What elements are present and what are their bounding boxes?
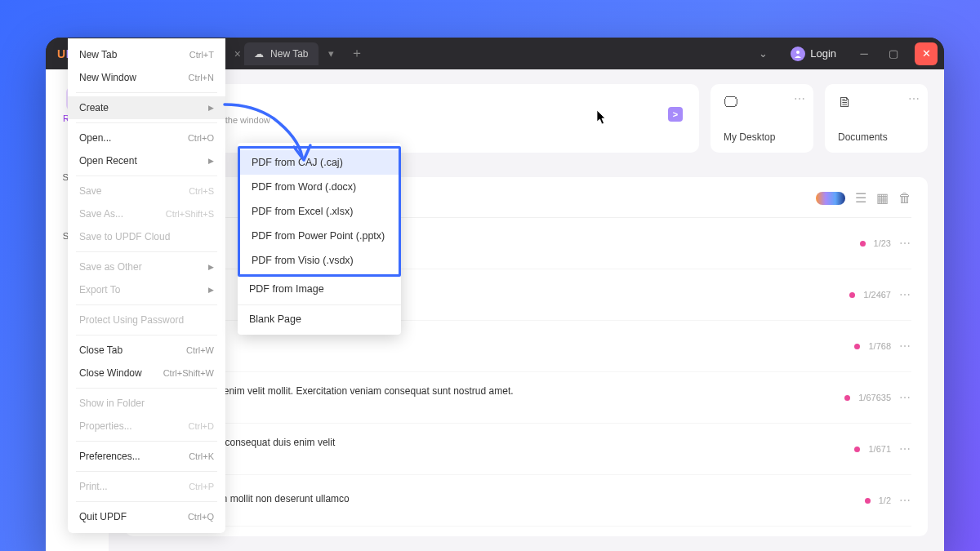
more-icon[interactable]: ⋯ (899, 237, 911, 250)
status-dot (854, 447, 860, 452)
list-item[interactable]: equat duis enim velit mollit. Exercitati… (141, 372, 911, 424)
list-item[interactable]: Amet minim mollit non deserunt ullamco 1… (141, 475, 911, 527)
more-icon[interactable]: ⋯ (899, 340, 911, 353)
login-button[interactable]: Login (784, 47, 843, 61)
more-icon[interactable]: ⋯ (899, 391, 911, 404)
menu-separator (76, 176, 217, 176)
create-from-excel[interactable]: PDF from Excel (.xlsx) (240, 199, 399, 224)
tab-dropdown[interactable]: ▾ (322, 47, 341, 60)
create-from-visio[interactable]: PDF from Visio (.vsdx) (240, 248, 399, 273)
menu-separator (76, 304, 217, 305)
close-button[interactable]: ✕ (915, 42, 938, 65)
menu-separator (76, 335, 217, 335)
menu-separator (76, 471, 217, 472)
document-icon: 🗎 (838, 94, 915, 111)
desktop-card[interactable]: ⋯ 🖵 My Desktop (710, 84, 813, 153)
card-label: My Desktop (724, 131, 800, 143)
menu-label: Save As... (79, 208, 123, 220)
avatar-icon (791, 47, 805, 61)
file-menu-item[interactable]: New WindowCtrl+N (68, 66, 225, 89)
file-menu-item: SaveCtrl+S (68, 180, 225, 202)
file-menu-item[interactable]: New TabCtrl+T (68, 43, 225, 66)
badge[interactable]: > (668, 107, 683, 122)
item-meta: 1/671 ⋯ (854, 442, 911, 455)
item-date: 10/6/13 (176, 451, 843, 461)
menu-label: Open Recent (79, 155, 137, 167)
submenu-highlight: PDF from CAJ (.caj) PDF from Word (.docx… (238, 146, 401, 277)
menu-label: Print... (79, 481, 108, 492)
grid-view-icon[interactable]: ▦ (876, 190, 889, 206)
documents-card[interactable]: ⋯ 🗎 Documents (825, 84, 928, 153)
shortcut: Ctrl+W (186, 345, 214, 355)
create-from-ppt[interactable]: PDF from Power Point (.pptx) (240, 224, 399, 248)
item-text: equat duis enim velit mollit. Exercitati… (176, 385, 833, 410)
menu-separator (76, 501, 217, 502)
tab-close-left[interactable]: × (234, 47, 241, 60)
trash-icon[interactable]: 🗑 (898, 191, 911, 206)
menu-label: Protect Using Password (79, 314, 184, 326)
maximize-button[interactable]: ▢ (879, 38, 908, 70)
shortcut: Ctrl+Shift+W (163, 368, 214, 378)
submenu-arrow-icon: ▶ (208, 104, 214, 112)
file-menu-item[interactable]: Quit UPDFCtrl+Q (68, 505, 225, 528)
file-menu-item[interactable]: Create▶ (68, 96, 225, 119)
item-meta: 1/67635 ⋯ (844, 391, 911, 404)
chevron-down-icon[interactable]: ⌄ (749, 47, 777, 60)
submenu-arrow-icon: ▶ (208, 286, 214, 294)
tab-new[interactable]: ☁ New Tab (244, 42, 318, 65)
create-from-image[interactable]: PDF from Image (238, 277, 401, 301)
file-menu: New TabCtrl+TNew WindowCtrl+NCreate▶Open… (68, 38, 225, 533)
menu-label: Close Window (79, 367, 142, 379)
status-dot (865, 498, 871, 504)
create-from-word[interactable]: PDF from Word (.docx) (240, 175, 399, 199)
titlebar-right: ⌄ Login ─ ▢ ✕ (749, 38, 944, 70)
list-view-icon[interactable]: ☰ (855, 190, 866, 206)
item-text: Amet minim mollit non deserunt ullamco (176, 493, 853, 508)
tab-add[interactable]: ＋ (344, 45, 370, 62)
menu-label: Close Tab (79, 344, 122, 356)
item-pages: 1/67635 (858, 393, 891, 402)
item-pages: 1/768 (868, 341, 891, 351)
item-meta: 1/768 ⋯ (854, 340, 911, 353)
tab-label: New Tab (270, 48, 308, 60)
menu-label: Export To (79, 284, 120, 295)
more-icon[interactable]: ⋯ (899, 288, 911, 301)
minimize-button[interactable]: ─ (849, 38, 879, 70)
card-more-icon[interactable]: ⋯ (908, 92, 920, 105)
shortcut: Ctrl+D (189, 421, 214, 431)
item-meta: 1/23 ⋯ (860, 237, 911, 250)
item-text (176, 344, 843, 348)
file-menu-item[interactable]: Close WindowCtrl+Shift+W (68, 362, 225, 384)
file-menu-item[interactable]: Open Recent▶ (68, 149, 225, 172)
menu-separator (76, 251, 217, 252)
shortcut: Ctrl+S (189, 186, 214, 196)
create-from-caj[interactable]: PDF from CAJ (.caj) (240, 150, 399, 175)
more-icon[interactable]: ⋯ (899, 442, 911, 455)
menu-label: Show in Folder (79, 398, 145, 409)
list-item[interactable]: Velit officia consequat duis enim velit … (141, 424, 911, 475)
shortcut: Ctrl+O (188, 133, 214, 143)
file-menu-item[interactable]: Open...Ctrl+O (68, 127, 225, 149)
menu-label: Quit UPDF (79, 511, 127, 522)
item-meta: 1/2467 ⋯ (849, 288, 911, 301)
status-dot (849, 292, 855, 298)
shortcut: Ctrl+Q (188, 512, 214, 522)
item-pages: 1/2 (879, 495, 891, 505)
status-dot (854, 344, 860, 349)
menu-label: Properties... (79, 420, 132, 432)
more-icon[interactable]: ⋯ (899, 494, 911, 507)
file-menu-item[interactable]: Preferences...Ctrl+K (68, 445, 225, 468)
login-label: Login (810, 47, 836, 60)
file-menu-item[interactable]: Close TabCtrl+W (68, 339, 225, 362)
menu-separator (76, 122, 217, 123)
create-blank[interactable]: Blank Page (238, 304, 401, 331)
menu-label: Save (79, 185, 101, 197)
item-title: Amet minim mollit non deserunt ullamco (176, 493, 853, 504)
card-more-icon[interactable]: ⋯ (794, 92, 805, 105)
menu-label: Save to UPDF Cloud (79, 231, 170, 242)
svg-point-0 (796, 51, 800, 54)
tab-area: × ☁ New Tab ▾ ＋ (234, 42, 370, 65)
menu-label: Save as Other (79, 261, 142, 273)
menu-label: Open... (79, 132, 111, 144)
toggle[interactable] (816, 192, 845, 205)
